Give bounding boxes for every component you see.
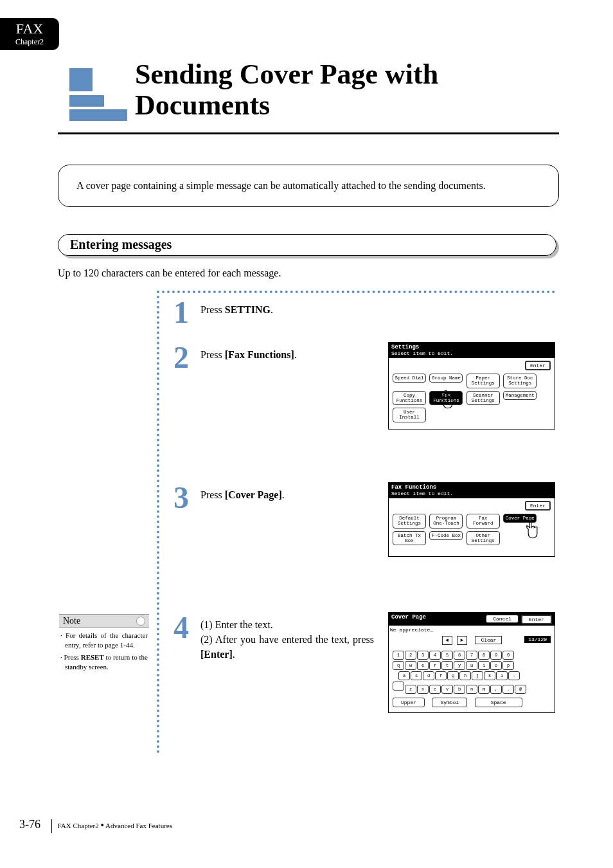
kb-key[interactable]: 6 [454, 651, 465, 660]
kb-key[interactable]: 1 [393, 651, 404, 660]
kb-key[interactable]: 9 [490, 651, 502, 660]
lcd-cancel-button[interactable]: Cancel [486, 615, 519, 623]
lcd-btn-program-onetouch[interactable]: Program One-Touch [429, 514, 463, 529]
lcd-control-row: ◄ ► Clear 13/120 [389, 634, 555, 647]
dotted-vertical [157, 291, 159, 754]
kb-key[interactable]: , [490, 685, 502, 694]
step-text: Press SETTING. [200, 297, 374, 317]
kb-key[interactable]: j [472, 671, 483, 680]
lcd-header: Fax Functions Select item to edit. [389, 483, 555, 498]
lcd-cover-page-screen: Cover Page Enter Cancel We appreciate_ ◄… [388, 612, 555, 713]
lcd-btn-default-settings[interactable]: Default Settings [393, 514, 426, 529]
lcd-btn-speed-dial[interactable]: Speed Dial [393, 374, 426, 383]
kb-key[interactable]: z [405, 685, 416, 694]
kb-key[interactable]: e [417, 661, 429, 670]
subheading: Entering messages [58, 234, 559, 258]
subheading-note: Up to 120 characters can be entered for … [58, 267, 281, 279]
lcd-header: Cover Page Enter Cancel [389, 613, 555, 626]
kb-key[interactable]: m [478, 685, 490, 694]
kb-key[interactable]: x [417, 685, 429, 694]
page-footer: 3-76 FAX Chapter2 ● Advanced Fax Feature… [19, 818, 172, 833]
kb-key[interactable]: 3 [417, 651, 429, 660]
lcd-btn-fax-forward[interactable]: Fax Forward [466, 514, 500, 529]
tab-title: FAX [0, 21, 59, 37]
intro-text: A cover page containing a simple message… [76, 180, 486, 191]
kb-key[interactable]: g [447, 671, 459, 680]
kb-key[interactable]: c [429, 685, 441, 694]
footer-dot: ● [101, 822, 104, 828]
kb-key[interactable]: d [423, 671, 434, 680]
note-item: · Press RESET to return to the standby s… [60, 653, 148, 672]
kb-key[interactable]: 5 [441, 651, 453, 660]
clear-button[interactable]: Clear [475, 636, 502, 644]
lcd-btn-paper-settings[interactable]: Paper Settings [466, 374, 500, 388]
kb-key[interactable]: . [502, 685, 514, 694]
kb-key[interactable]: k [484, 671, 495, 680]
kb-key[interactable]: 2 [405, 651, 416, 660]
subheading-text: Entering messages [58, 234, 556, 256]
lcd-text-input[interactable]: We appreciate_ [389, 626, 555, 634]
lcd-keyboard: 1234567890 qwertyuiop asdfghjkl- zxcvbnm… [389, 647, 555, 712]
lcd-header: Settings Select item to edit. [389, 343, 555, 358]
lcd-btn-management[interactable]: Management [503, 391, 537, 400]
lcd-enter-button[interactable]: Enter [521, 615, 552, 624]
note-icon [136, 617, 145, 626]
kb-key[interactable] [393, 682, 404, 691]
lcd-fax-functions-screen: Fax Functions Select item to edit. Enter… [388, 482, 555, 557]
footer-crumb: FAX Chapter2 [58, 822, 99, 829]
step-3: 3 Press [Cover Page]. [164, 482, 377, 513]
kb-key[interactable]: 7 [466, 651, 477, 660]
kb-key[interactable]: u [466, 661, 477, 670]
lcd-btn-copy-functions[interactable]: Copy Functions [393, 391, 426, 406]
kb-key[interactable]: @ [515, 685, 526, 694]
lcd-btn-group-name[interactable]: Group Name [429, 374, 463, 383]
lcd-btn-other-settings[interactable]: Other Settings [466, 531, 500, 546]
kb-key[interactable]: o [490, 661, 502, 670]
kb-key[interactable]: t [441, 661, 453, 670]
kb-key[interactable]: 4 [429, 651, 441, 660]
page-title: Sending Cover Page with Documents [135, 59, 559, 122]
kb-key[interactable]: n [466, 685, 477, 694]
kb-key[interactable]: f [435, 671, 447, 680]
kb-key[interactable]: 8 [478, 651, 490, 660]
kb-key[interactable]: h [459, 671, 471, 680]
step-4: 4 (1) Enter the text. (2) After you have… [164, 612, 377, 662]
kb-key[interactable]: p [502, 661, 514, 670]
lcd-btn-fax-functions[interactable]: Fax Functions [429, 391, 463, 406]
kb-key[interactable]: s [411, 671, 422, 680]
kb-key[interactable]: v [441, 685, 453, 694]
lcd-btn-batch-tx[interactable]: Batch Tx Box [393, 531, 426, 546]
step-number: 3 [164, 482, 198, 513]
lcd-btn-fcode-box[interactable]: F-Code Box [429, 531, 463, 540]
kb-key[interactable]: - [508, 671, 520, 680]
kb-key[interactable]: r [429, 661, 441, 670]
lcd-btn-user-install[interactable]: User Install [393, 408, 426, 422]
tab-subtitle: Chapter2 [0, 37, 59, 47]
kb-mode-upper[interactable]: Upper [393, 698, 425, 707]
kb-key[interactable]: w [405, 661, 416, 670]
kb-key[interactable]: i [478, 661, 490, 670]
nav-right-button[interactable]: ► [457, 636, 467, 645]
step-number: 4 [164, 612, 198, 643]
chapter-tab: FAX Chapter2 [0, 18, 59, 50]
lcd-enter-button[interactable]: Enter [525, 501, 551, 511]
lcd-btn-scanner-settings[interactable]: Scanner Settings [466, 391, 500, 406]
step-text: (1) Enter the text. (2) After you have e… [200, 612, 374, 662]
step-1: 1 Press SETTING. [164, 297, 377, 328]
kb-key[interactable]: q [393, 661, 404, 670]
lcd-btn-cover-page[interactable]: Cover Page [503, 514, 537, 523]
kb-key[interactable]: a [398, 671, 410, 680]
kb-key[interactable]: b [454, 685, 465, 694]
lcd-enter-button[interactable]: Enter [525, 361, 551, 370]
kb-key[interactable]: y [454, 661, 465, 670]
kb-mode-symbol[interactable]: Symbol [432, 698, 467, 707]
note-body: · For details of the character entry, re… [59, 628, 149, 676]
kb-key[interactable]: l [496, 671, 508, 680]
char-counter: 13/120 [524, 636, 551, 643]
section-icon [69, 68, 127, 121]
lcd-btn-store-doc[interactable]: Store Doc Settings [503, 374, 537, 388]
nav-left-button[interactable]: ◄ [442, 636, 452, 645]
kb-mode-space[interactable]: Space [475, 698, 522, 707]
footer-crumb: Advanced Fax Features [105, 822, 172, 829]
kb-key[interactable]: 0 [502, 651, 514, 660]
